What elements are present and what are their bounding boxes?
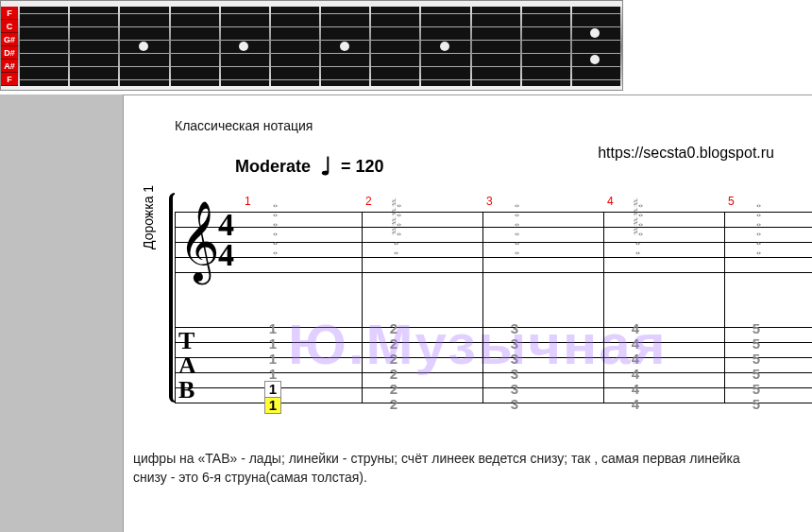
measure-number: 1 [245,195,251,208]
measure-number: 3 [486,195,493,208]
tab-column[interactable]: 333333 [507,321,522,412]
footer-caption: цифры на «TAB» - лады; линейки - струны;… [133,449,812,487]
string-label: G# [1,33,18,46]
caption-line: цифры на «TAB» - лады; линейки - струны;… [133,449,812,468]
tab-column[interactable]: 111111 [265,321,280,413]
chord-stack[interactable]: ♯𝅝♯𝅝♯𝅝♯𝅝𝅝𝅝 [382,198,405,255]
tab-clef-t: T [178,329,195,353]
quarter-note-icon: ♩ [320,152,331,181]
notation-heading: Классическая нотация [175,118,812,133]
time-sig-top: 4 [218,210,234,240]
track-label: Дорожка 1 [141,185,156,249]
string-label: F [1,7,18,20]
chord-stack[interactable]: 𝅝𝅝𝅝𝅝𝅝𝅝 [745,198,768,255]
tab-clef-b: B [178,378,195,403]
chord-stack[interactable]: 𝅝𝅝𝅝𝅝𝅝𝅝 [503,198,526,255]
tempo-word: Moderate [235,157,311,177]
treble-clef-icon: 𝄞 [178,214,220,268]
string-label: A# [1,60,18,73]
tab-column[interactable]: 555555 [749,321,764,412]
score-system: Дорожка 1 𝄞 4 4 𝅝𝅝𝅝𝅝𝅝𝅝♯𝅝♯𝅝♯𝅝♯𝅝𝅝𝅝𝅝𝅝𝅝𝅝𝅝𝅝♯𝅝… [175,193,812,429]
measure-number: 4 [607,195,614,208]
string-label-column: F C G# D# A# F [1,7,18,86]
tab-clef: T A B [178,329,195,403]
time-sig-bot: 4 [218,240,234,270]
fretboard-neck[interactable] [18,7,620,86]
chord-stack[interactable]: ♯𝅝♯𝅝♯𝅝♯𝅝𝅝𝅝 [624,198,647,255]
tab-column[interactable]: 222222 [386,321,401,412]
treble-staff[interactable]: 𝄞 4 4 𝅝𝅝𝅝𝅝𝅝𝅝♯𝅝♯𝅝♯𝅝♯𝅝𝅝𝅝𝅝𝅝𝅝𝅝𝅝𝅝♯𝅝♯𝅝♯𝅝♯𝅝𝅝𝅝𝅝𝅝… [175,212,812,272]
measure-number: 5 [728,195,735,208]
caption-line: снизу - это 6-я струна(самая толстая). [133,468,812,487]
string-label: D# [1,46,18,60]
tempo-bpm: = 120 [341,157,384,177]
notation-sheet: Классическая нотация https://secsta0.blo… [123,94,812,532]
source-url: https://secsta0.blogspot.ru [598,145,774,162]
app-gutter [0,94,123,532]
string-label: F [1,73,18,86]
tab-staff[interactable]: T A B 111111222222333333444444555555 [175,327,812,403]
time-signature: 4 4 [218,210,234,270]
fretboard-panel: F C G# D# A# F [0,0,623,91]
chord-stack[interactable]: 𝅝𝅝𝅝𝅝𝅝𝅝 [262,198,284,255]
measure-number: 2 [365,195,372,208]
string-label: C [1,20,18,33]
tab-column[interactable]: 444444 [628,321,643,412]
